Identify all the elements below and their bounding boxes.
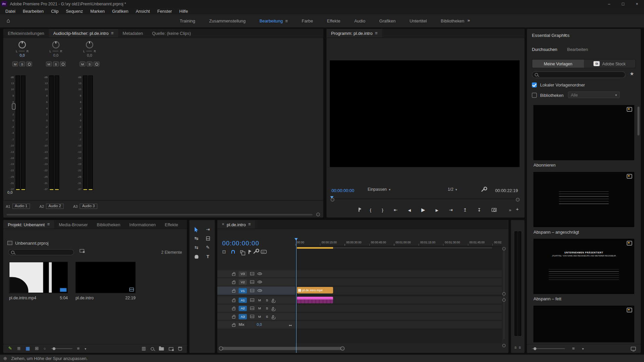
sort-icon[interactable] <box>572 346 575 351</box>
track-badge[interactable]: V1 <box>238 288 247 293</box>
timeline-timecode[interactable]: 00:00:00:00 <box>222 240 259 247</box>
track-header[interactable]: V1 <box>217 287 296 295</box>
eye-icon[interactable] <box>258 281 262 283</box>
voiceover-mic-icon[interactable] <box>272 307 274 310</box>
lock-icon[interactable] <box>232 290 235 293</box>
volume-fader[interactable] <box>12 104 16 110</box>
search-bin-icon[interactable] <box>80 249 84 252</box>
eye-icon[interactable] <box>258 289 262 292</box>
project-item-label[interactable]: pl.de.intro.mp4 5:04 <box>9 296 68 300</box>
track-target-icon[interactable] <box>250 280 254 284</box>
keyframe-toggle-icon[interactable] <box>289 322 291 327</box>
thumbnail-zoom-slider[interactable] <box>51 349 72 349</box>
project-item-thumbnail[interactable] <box>75 262 136 293</box>
solo-button[interactable]: S <box>265 298 269 302</box>
project-search-input[interactable] <box>17 250 66 254</box>
solo-button[interactable]: S <box>53 62 59 67</box>
export-frame-icon[interactable] <box>492 208 497 212</box>
automate-to-sequence-icon[interactable] <box>142 346 146 351</box>
menu-item[interactable]: Sequenz <box>62 8 87 13</box>
track-lane[interactable] <box>295 270 502 278</box>
tab-bibliotheken[interactable]: Bibliotheken <box>92 220 125 229</box>
solo-button[interactable]: S <box>87 62 92 67</box>
thumbnail-zoom-slider[interactable] <box>532 349 565 349</box>
workspace-tab-grafiken[interactable]: Grafiken <box>379 18 396 23</box>
adobe-stock-button[interactable]: St Adobe Stock <box>584 60 636 68</box>
template-search-input[interactable] <box>540 72 619 77</box>
menu-item[interactable]: Datei <box>2 8 19 13</box>
menu-item[interactable]: Hilfe <box>176 8 192 13</box>
pen-tool[interactable] <box>202 243 213 252</box>
template-card[interactable] <box>534 306 634 342</box>
workspace-tab-bibliotheken[interactable]: Bibliotheken <box>441 18 464 23</box>
local-templates-checkbox-row[interactable]: Lokaler Vorlagenordner <box>532 82 585 87</box>
track-header[interactable]: V3 <box>217 270 296 278</box>
track-target-icon[interactable] <box>250 315 254 318</box>
track-badge[interactable]: A3 <box>238 314 247 319</box>
tab-effekteinstellungen[interactable]: Effekteinstellungen <box>3 29 49 38</box>
scrollbar-knob[interactable] <box>502 344 506 347</box>
pan-knob[interactable] <box>86 41 93 48</box>
track-badge[interactable]: V2 <box>238 279 247 285</box>
add-button-icon[interactable] <box>516 207 519 212</box>
record-button[interactable] <box>94 62 99 67</box>
linked-selection-icon[interactable] <box>240 250 244 253</box>
lock-icon[interactable] <box>232 300 235 302</box>
tab-durchsuchen[interactable]: Durchsuchen <box>532 47 557 52</box>
minimize-button[interactable]: – <box>602 1 616 6</box>
type-tool[interactable] <box>202 252 213 261</box>
workspace-tab-zusammenstellung[interactable]: Zusammenstellung <box>209 18 246 23</box>
vertical-scrollbar[interactable] <box>637 107 639 135</box>
mark-out-icon[interactable] <box>382 207 383 212</box>
template-card[interactable]: Abspann – angeschrägt <box>534 172 634 235</box>
lock-icon[interactable] <box>232 308 235 310</box>
hand-tool[interactable] <box>191 252 202 261</box>
mute-button[interactable]: M <box>258 306 262 310</box>
libraries-filter-dropdown[interactable]: Alle <box>568 92 620 98</box>
track-header[interactable]: A2 M S <box>217 305 296 312</box>
voiceover-mic-icon[interactable] <box>272 315 274 318</box>
pan-knob[interactable] <box>52 41 60 48</box>
program-scrubber[interactable] <box>332 199 519 200</box>
scrollbar-knob[interactable] <box>502 292 506 296</box>
close-button[interactable]: × <box>630 1 644 6</box>
add-marker-icon[interactable] <box>359 208 359 212</box>
panel-menu-icon[interactable] <box>248 222 251 227</box>
lift-icon[interactable] <box>463 207 467 212</box>
edit-pencil-icon[interactable] <box>8 346 12 351</box>
solo-left-button[interactable]: S <box>515 346 517 349</box>
solo-button[interactable]: S <box>19 62 25 67</box>
solo-button[interactable]: S <box>265 306 269 310</box>
project-item-thumbnail[interactable] <box>9 262 68 293</box>
mix-value[interactable]: 0,0 <box>257 322 262 326</box>
tab-quelle[interactable]: Quelle: (keine Clips) <box>148 29 196 38</box>
program-video-preview[interactable] <box>330 60 520 167</box>
project-search[interactable] <box>8 249 74 255</box>
workspace-tab-untertitel[interactable]: Untertitel <box>410 18 427 23</box>
trash-icon[interactable] <box>178 347 182 351</box>
track-lane[interactable] <box>295 278 502 286</box>
checkbox-empty-icon[interactable] <box>532 93 537 98</box>
mute-button[interactable]: M <box>46 62 52 67</box>
scrollbar-knob[interactable] <box>502 298 506 302</box>
template-search[interactable] <box>532 71 626 78</box>
track-header[interactable]: A3 M S <box>217 313 296 320</box>
audio-clip[interactable] <box>297 297 333 303</box>
go-to-out-icon[interactable] <box>449 207 452 212</box>
tab-metadaten[interactable]: Metadaten <box>118 29 148 38</box>
project-item-label[interactable]: pl.de.intro 22:19 <box>75 296 136 300</box>
panel-menu-icon[interactable] <box>47 222 50 227</box>
template-thumbnail[interactable] <box>534 172 634 227</box>
sync-globe-icon[interactable] <box>3 356 7 360</box>
track-header[interactable]: A1 M S <box>217 296 296 304</box>
channel-name[interactable]: Audio 1 <box>12 203 30 209</box>
tab-sequence[interactable]: pl.de.intro <box>217 220 255 229</box>
close-sequence-icon[interactable] <box>222 222 224 227</box>
favorites-star-icon[interactable] <box>630 71 634 76</box>
eye-icon[interactable] <box>258 273 262 275</box>
tab-bearbeiten[interactable]: Bearbeiten <box>567 47 588 52</box>
track-lane[interactable] <box>295 313 502 320</box>
libraries-checkbox-row[interactable]: Bibliotheken <box>532 93 564 98</box>
sort-chevron-icon[interactable] <box>85 346 86 351</box>
track-lane[interactable] <box>295 296 502 304</box>
